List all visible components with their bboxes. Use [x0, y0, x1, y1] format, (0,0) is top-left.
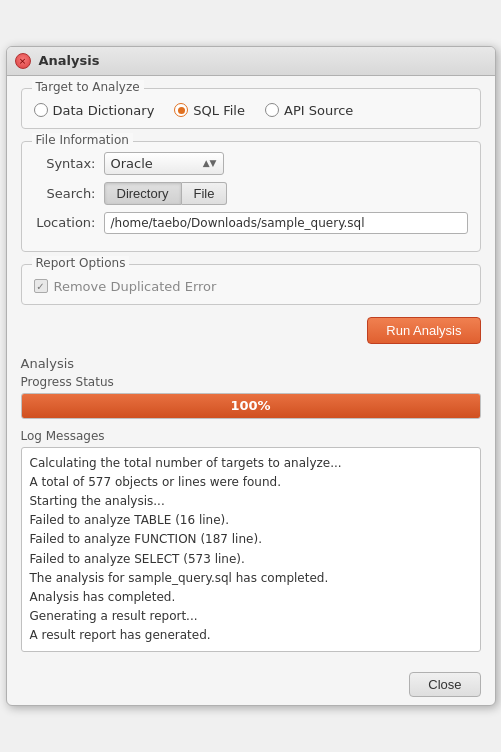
- file-info-title: File Information: [32, 133, 133, 147]
- progress-percent-text: 100%: [230, 398, 270, 413]
- radio-row: Data Dictionary SQL File API Source: [34, 99, 468, 118]
- main-content: Target to Analyze Data Dictionary SQL Fi…: [7, 76, 495, 665]
- syntax-select[interactable]: Oracle ▲▼: [104, 152, 224, 175]
- radio-api-source[interactable]: API Source: [265, 103, 353, 118]
- log-line: A result report has generated.: [30, 626, 472, 645]
- log-line: Analysis has completed.: [30, 588, 472, 607]
- report-options-title: Report Options: [32, 256, 130, 270]
- log-line: Failed to analyze FUNCTION (187 line).: [30, 530, 472, 549]
- radio-circle-data-dict: [34, 103, 48, 117]
- location-row: Location: /home/taebo/Downloads/sample_q…: [34, 212, 468, 234]
- window-close-button[interactable]: ×: [15, 53, 31, 69]
- remove-dup-checkbox[interactable]: ✓: [34, 279, 48, 293]
- log-line: Calculating the total number of targets …: [30, 454, 472, 473]
- analysis-window: × Analysis Target to Analyze Data Dictio…: [6, 46, 496, 707]
- log-line: A total of 577 objects or lines were fou…: [30, 473, 472, 492]
- log-box: Calculating the total number of targets …: [21, 447, 481, 653]
- log-line: Failed to analyze TABLE (16 line).: [30, 511, 472, 530]
- run-analysis-button[interactable]: Run Analysis: [367, 317, 480, 344]
- radio-data-dictionary[interactable]: Data Dictionary: [34, 103, 155, 118]
- radio-label-data-dict: Data Dictionary: [53, 103, 155, 118]
- run-btn-container: Run Analysis: [21, 317, 481, 344]
- syntax-row: Syntax: Oracle ▲▼: [34, 152, 468, 175]
- target-group: Target to Analyze Data Dictionary SQL Fi…: [21, 88, 481, 129]
- radio-circle-api-source: [265, 103, 279, 117]
- location-input[interactable]: /home/taebo/Downloads/sample_query.sql: [104, 212, 468, 234]
- progress-bar-container: 100%: [21, 393, 481, 419]
- log-label: Log Messages: [21, 429, 481, 443]
- log-line: Failed to analyze SELECT (573 line).: [30, 550, 472, 569]
- radio-label-sql-file: SQL File: [193, 103, 245, 118]
- log-line: The analysis for sample_query.sql has co…: [30, 569, 472, 588]
- target-group-title: Target to Analyze: [32, 80, 144, 94]
- search-btn-group: Directory File: [104, 182, 228, 205]
- radio-label-api-source: API Source: [284, 103, 353, 118]
- progress-bar-fill: 100%: [22, 394, 480, 418]
- radio-circle-sql-file: [174, 103, 188, 117]
- file-button[interactable]: File: [182, 182, 228, 205]
- footer: Close: [7, 664, 495, 705]
- location-value: /home/taebo/Downloads/sample_query.sql: [111, 216, 365, 230]
- remove-dup-label: Remove Duplicated Error: [54, 279, 217, 294]
- location-label: Location:: [34, 215, 104, 230]
- select-arrow-icon: ▲▼: [203, 158, 217, 168]
- analysis-section: Analysis Progress Status 100% Log Messag…: [21, 356, 481, 653]
- syntax-value: Oracle: [111, 156, 153, 171]
- titlebar: × Analysis: [7, 47, 495, 76]
- file-info-group: File Information Syntax: Oracle ▲▼ Searc…: [21, 141, 481, 252]
- radio-sql-file[interactable]: SQL File: [174, 103, 245, 118]
- syntax-label: Syntax:: [34, 156, 104, 171]
- log-line: Starting the analysis...: [30, 492, 472, 511]
- remove-dup-row: ✓ Remove Duplicated Error: [34, 279, 468, 294]
- analysis-label: Analysis: [21, 356, 481, 371]
- search-row: Search: Directory File: [34, 182, 468, 205]
- close-button[interactable]: Close: [409, 672, 480, 697]
- window-title: Analysis: [39, 53, 100, 68]
- report-options-group: Report Options ✓ Remove Duplicated Error: [21, 264, 481, 305]
- progress-label: Progress Status: [21, 375, 481, 389]
- log-line: Generating a result report...: [30, 607, 472, 626]
- directory-button[interactable]: Directory: [104, 182, 182, 205]
- search-label: Search:: [34, 186, 104, 201]
